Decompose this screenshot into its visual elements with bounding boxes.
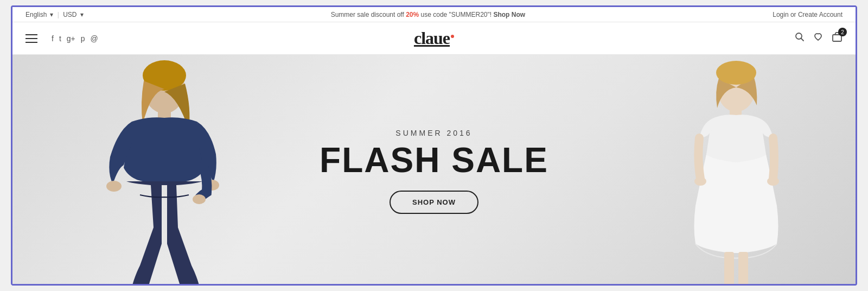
language-dropdown-arrow: ▾ [50,11,53,18]
svg-point-8 [193,194,206,204]
currency-dropdown-arrow: ▾ [80,11,84,18]
svg-rect-12 [724,252,734,286]
hero-subtitle: SUMMER 2016 [320,129,548,137]
wishlist-icon[interactable] [813,32,823,45]
svg-point-10 [716,61,756,85]
shop-now-button[interactable]: Shop Now [390,191,478,214]
svg-line-1 [801,39,804,41]
model-right [660,59,812,286]
social-icons: f t g+ p @ [52,34,98,43]
hamburger-menu[interactable] [25,34,37,43]
cart-count-badge: 2 [838,28,847,36]
announcement-bar: English ▾ | USD ▾ Summer sale discount o… [12,7,856,22]
logo-text: claue [414,28,450,48]
svg-point-15 [767,177,779,186]
instagram-icon[interactable]: @ [91,34,98,43]
hero-title: FLASH SALE [320,143,548,178]
svg-point-6 [106,181,122,192]
promo-text-before: Summer sale discount off [331,11,406,18]
hamburger-line-2 [25,38,37,39]
currency-selector[interactable]: USD [63,11,76,18]
promo-highlight: 20% [406,11,419,18]
promo-message: Summer sale discount off 20% use code "S… [331,11,525,18]
facebook-icon[interactable]: f [52,34,54,43]
svg-point-14 [694,177,706,186]
pinterest-icon[interactable]: p [81,34,85,43]
promo-shop-now-link[interactable]: Shop Now [493,11,525,18]
svg-rect-13 [738,252,748,286]
promo-text-code: use code "SUMMER20"! [419,11,493,18]
browser-frame: English ▾ | USD ▾ Summer sale discount o… [11,5,857,286]
nav-center: claue [134,28,734,48]
logo-dot [451,35,454,38]
twitter-icon[interactable]: t [59,34,61,43]
cart-icon[interactable]: 2 [832,32,843,45]
hero-banner: SUMMER 2016 FLASH SALE Shop Now [12,55,856,286]
separator: | [55,11,61,18]
model-left [56,59,240,286]
hamburger-line-3 [25,42,37,43]
hamburger-line-1 [25,34,37,35]
hero-content: SUMMER 2016 FLASH SALE Shop Now [320,129,548,214]
language-selector[interactable]: English [25,11,47,18]
nav-left: f t g+ p @ [25,34,134,43]
login-link[interactable]: Login or Create Account [773,11,843,18]
nav-right: 2 [734,32,843,45]
search-icon[interactable] [795,32,805,45]
googleplus-icon[interactable]: g+ [67,34,75,43]
site-logo[interactable]: claue [414,28,454,48]
lang-currency: English ▾ | USD ▾ [25,11,84,18]
navbar: f t g+ p @ claue [12,22,856,55]
login-area: Login or Create Account [773,11,843,18]
